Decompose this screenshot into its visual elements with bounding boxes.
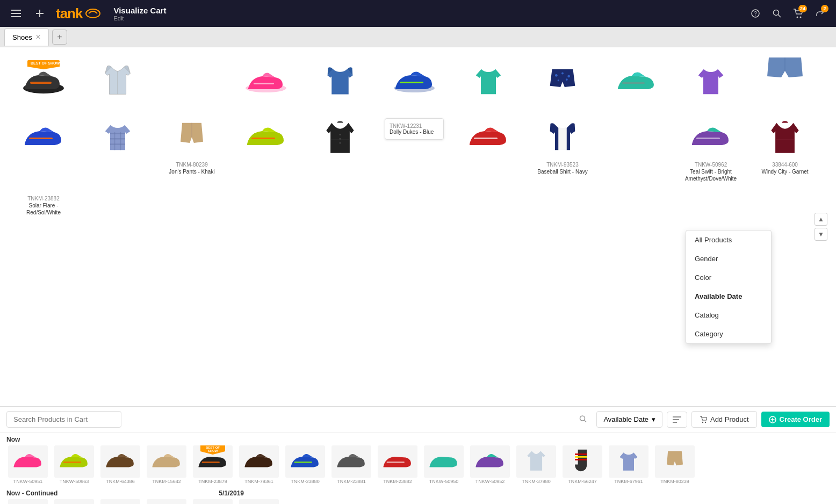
product-item[interactable] <box>379 56 449 107</box>
strip-item[interactable] <box>191 499 234 504</box>
strip-item[interactable]: TNKM-23882 <box>376 445 419 484</box>
pants-tan-svg <box>168 119 216 156</box>
strip-sku: TNKM-15642 <box>152 479 181 484</box>
strip-item[interactable] <box>145 499 188 504</box>
create-order-label: Create Order <box>780 415 822 423</box>
product-item[interactable]: TNKM-93523 Baseball Shirt - Navy <box>528 112 597 186</box>
main-container: BEST OF SHOW <box>0 47 836 504</box>
product-image <box>758 116 812 159</box>
strip-item[interactable]: TNKW-50951 <box>6 445 49 484</box>
sort-button[interactable] <box>667 412 687 428</box>
page-title: Visualize Cart <box>113 6 166 15</box>
available-date-filter[interactable]: Available Date ▾ <box>596 411 662 428</box>
strip-item[interactable] <box>53 499 96 504</box>
plus-icon[interactable] <box>30 4 49 23</box>
svg-point-5 <box>86 9 100 18</box>
strip-item[interactable]: TNKM-56247 <box>561 445 604 484</box>
product-item[interactable] <box>750 47 820 107</box>
strip-item[interactable]: BEST OF SHOW TNKM-23879 <box>191 445 234 484</box>
product-image: BEST OF SHOW <box>17 60 70 103</box>
product-item[interactable]: BEST OF SHOW <box>9 56 78 107</box>
strip-item[interactable]: TNKM-79361 <box>237 445 280 484</box>
product-item[interactable]: TNKW-50962 Teal Swift - Bright Amethyst/… <box>676 112 746 186</box>
product-sku: TNKM-80239 <box>169 161 214 168</box>
strip-product-image <box>100 499 140 504</box>
strip-item[interactable]: TNKM-23880 <box>284 445 327 484</box>
strip-item[interactable] <box>6 499 49 504</box>
dropdown-item-available-date[interactable]: Available Date <box>686 287 771 306</box>
product-image <box>610 60 664 103</box>
strip-item[interactable]: TNKW-50950 <box>422 445 465 484</box>
product-item[interactable] <box>83 112 153 186</box>
strip-item[interactable] <box>99 499 142 504</box>
svg-point-18 <box>555 74 558 77</box>
product-item[interactable] <box>305 112 375 186</box>
strip-item[interactable]: TNKM-15642 <box>145 445 188 484</box>
product-info: TNKW-50962 Teal Swift - Bright Amethyst/… <box>680 161 741 182</box>
product-item[interactable] <box>305 56 375 107</box>
product-name: Solar Flare - Red/Sol/White <box>13 202 74 216</box>
create-order-button[interactable]: Create Order <box>761 412 830 427</box>
product-item-info[interactable]: TNKW-12231 Dolly Dukes - Blue <box>379 112 449 186</box>
dropdown-item-gender[interactable]: Gender <box>686 249 771 268</box>
product-item[interactable] <box>453 56 523 107</box>
product-item[interactable]: TNKM-23882 Solar Flare - Red/Sol/White <box>9 191 78 220</box>
visualization-area[interactable]: BEST OF SHOW <box>0 47 836 406</box>
strip-item[interactable]: TNKM-37980 <box>515 445 558 484</box>
menu-icon[interactable] <box>6 4 26 23</box>
product-image <box>239 116 293 159</box>
share-button[interactable]: 2 <box>810 4 830 23</box>
close-tab-icon[interactable]: ✕ <box>35 33 41 41</box>
product-item[interactable] <box>231 56 301 107</box>
strip-item[interactable]: TNKM-23881 <box>330 445 373 484</box>
dropdown-item-catalog[interactable]: Catalog <box>686 306 771 325</box>
strip-sku: TNKM-79361 <box>244 479 273 484</box>
scroll-controls: ▲ ▼ <box>815 213 827 241</box>
dropdown-item-category[interactable]: Category <box>686 325 771 343</box>
strip-product-image <box>470 445 510 478</box>
tab-shoes[interactable]: Shoes ✕ <box>4 28 49 46</box>
product-item[interactable] <box>528 56 597 107</box>
cart-button[interactable]: 24 <box>789 4 808 23</box>
svg-point-21 <box>558 80 559 81</box>
strip-product-image <box>100 445 140 478</box>
strip-sku: TNKM-37980 <box>522 479 551 484</box>
help-button[interactable]: ? <box>746 4 765 23</box>
strip-item[interactable]: TNKW-50952 <box>469 445 511 484</box>
product-item[interactable] <box>453 112 523 186</box>
scroll-up-button[interactable]: ▲ <box>815 213 827 226</box>
svg-rect-53 <box>575 456 587 458</box>
svg-rect-17 <box>400 82 423 83</box>
product-item[interactable]: 33844-600 Windy City - Garnet <box>750 112 820 186</box>
strip-item[interactable]: TNKM-80239 <box>653 445 696 484</box>
product-image <box>165 116 219 159</box>
add-product-button[interactable]: Add Product <box>691 411 757 428</box>
logo-text: tank <box>56 5 82 22</box>
strip-item[interactable]: TNKM-67961 <box>607 445 650 484</box>
scroll-down-button[interactable]: ▼ <box>815 228 827 241</box>
product-item[interactable] <box>9 112 78 186</box>
product-item[interactable] <box>83 56 153 107</box>
svg-rect-37 <box>696 138 720 139</box>
add-tab-button[interactable]: + <box>52 30 67 45</box>
dropdown-item-color[interactable]: Color <box>686 268 771 287</box>
product-item[interactable] <box>231 112 301 186</box>
product-info: 33844-600 Windy City - Garnet <box>761 161 808 175</box>
product-image <box>387 60 441 103</box>
product-item[interactable] <box>676 56 746 107</box>
search-button[interactable] <box>767 4 787 23</box>
dropdown-item-all-products[interactable]: All Products <box>686 231 771 249</box>
product-item[interactable] <box>602 56 672 107</box>
product-grid: BEST OF SHOW <box>0 47 836 229</box>
bottom-panel: Available Date ▾ Add Product Create Orde… <box>0 406 836 504</box>
product-scroll-area[interactable]: Now TNKW-50951 <box>0 433 836 504</box>
product-item[interactable]: TNKM-80239 Jon's Pants - Khaki <box>157 112 227 186</box>
svg-rect-2 <box>11 16 21 17</box>
svg-point-22 <box>566 78 568 81</box>
strip-item[interactable]: TNKW-50963 <box>53 445 96 484</box>
shoe-pink-svg <box>242 63 290 100</box>
shoe-teal-svg <box>612 63 661 100</box>
strip-item[interactable]: TNKM-64386 <box>99 445 142 484</box>
search-input[interactable] <box>6 411 121 428</box>
strip-item[interactable] <box>237 499 280 504</box>
